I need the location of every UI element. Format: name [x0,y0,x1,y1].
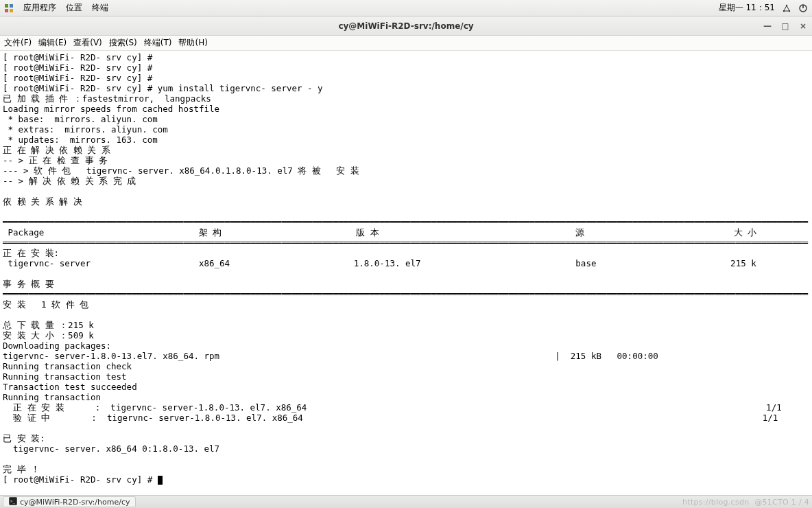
svg-rect-2 [5,9,8,12]
svg-rect-0 [5,4,8,8]
menu-search[interactable]: 搜索(S) [109,37,137,49]
taskbar-item-terminal[interactable]: >_ cy@MiWiFi-R2D-srv:/home/cy [3,496,136,507]
cursor [158,476,163,485]
menu-terminal[interactable]: 终端(T) [144,37,172,49]
menu-edit[interactable]: 编辑(E) [38,37,67,49]
watermark: https://blog.csdn @51CTO 1 / 4 [682,498,809,507]
menu-view[interactable]: 查看(V) [73,37,102,49]
power-icon[interactable] [798,3,808,13]
window-title: cy@MiWiFi-R2D-srv:/home/cy [338,21,473,31]
menubar: 文件(F) 编辑(E) 查看(V) 搜索(S) 终端(T) 帮助(H) [0,36,812,51]
maximize-button[interactable]: □ [780,21,790,31]
panel-menu-applications[interactable]: 应用程序 [23,2,56,14]
taskbar: >_ cy@MiWiFi-R2D-srv:/home/cy https://bl… [0,495,812,508]
close-button[interactable]: × [798,21,808,31]
svg-text:>_: >_ [10,498,16,504]
menu-help[interactable]: 帮助(H) [178,37,207,49]
terminal-icon: >_ [9,497,17,507]
svg-rect-3 [10,9,13,12]
minimize-button[interactable]: — [763,21,772,31]
top-panel: 应用程序 位置 终端 星期一 11：51 [0,0,812,16]
panel-menu-places[interactable]: 位置 [66,2,82,14]
activities-icon[interactable] [4,3,14,13]
terminal-output[interactable]: [ root@MiWiFi- R2D- srv cy] # [ root@MiW… [0,51,812,495]
taskbar-item-label: cy@MiWiFi-R2D-srv:/home/cy [20,498,130,507]
panel-menu-terminal[interactable]: 终端 [92,2,108,14]
network-icon[interactable] [782,3,791,13]
titlebar[interactable]: cy@MiWiFi-R2D-srv:/home/cy — □ × [0,16,812,36]
clock[interactable]: 星期一 11：51 [719,2,775,14]
terminal-window: cy@MiWiFi-R2D-srv:/home/cy — □ × 文件(F) 编… [0,16,812,495]
menu-file[interactable]: 文件(F) [4,37,32,49]
svg-rect-1 [10,4,13,8]
